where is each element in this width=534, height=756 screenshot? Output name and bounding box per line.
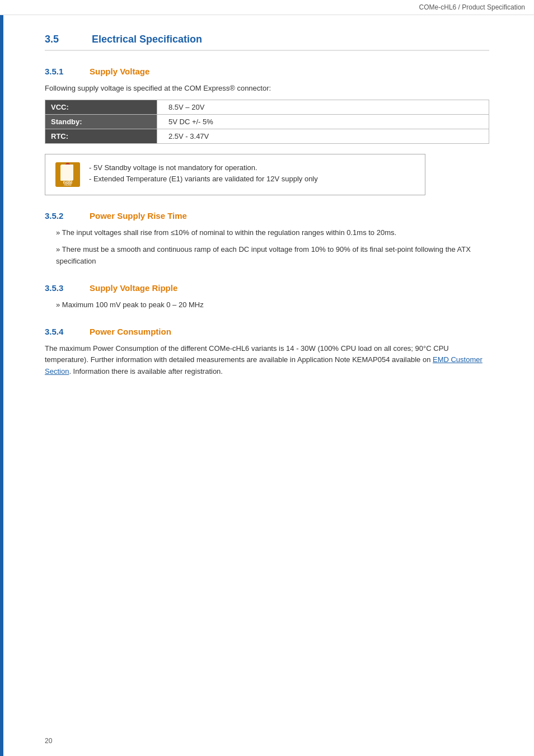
page-number: 20: [45, 737, 52, 745]
svg-text:note: note: [64, 182, 72, 186]
section-3-5-1-number: 3.5.1: [45, 67, 78, 76]
supply-voltage-intro: Following supply voltage is specified at…: [45, 83, 489, 94]
section-3-5-3-title: Supply Voltage Ripple: [90, 283, 177, 293]
svg-rect-0: [55, 162, 80, 187]
table-cell-label: Standby:: [45, 114, 157, 129]
svg-point-6: [65, 163, 70, 167]
section-3-5-2-title: Power Supply Rise Time: [90, 211, 187, 220]
svg-rect-7: [67, 165, 68, 170]
section-3-5-title: Electrical Specification: [92, 34, 202, 45]
svg-rect-1: [60, 165, 73, 181]
power-consumption-suffix: . Information there is available after r…: [69, 367, 223, 375]
section-3-5-number: 3.5: [45, 34, 78, 45]
power-consumption-text: The maximum Power Consumption of the dif…: [45, 344, 449, 364]
section-3-5-4-title: Power Consumption: [90, 327, 171, 336]
rise-time-bullet-1: » The input voltages shall rise from ≤10…: [45, 227, 489, 239]
table-cell-value: 8.5V – 20V: [157, 100, 489, 114]
power-consumption-body: The maximum Power Consumption of the dif…: [45, 343, 489, 378]
section-3-5-4-number: 3.5.4: [45, 327, 78, 336]
table-row: RTC:2.5V - 3.47V: [45, 129, 489, 143]
section-3-5-1-title: Supply Voltage: [90, 67, 149, 76]
note-icon: note: [55, 162, 80, 187]
section-3-5-1-heading: 3.5.1 Supply Voltage: [45, 67, 489, 76]
table-cell-label: VCC:: [45, 100, 157, 114]
page-footer: 20: [45, 737, 52, 745]
table-cell-value: 2.5V - 3.47V: [157, 129, 489, 143]
note-svg-icon: note: [55, 162, 80, 187]
note-line-1: - 5V Standby voltage is not mandatory fo…: [89, 162, 318, 174]
section-3-5-4-heading: 3.5.4 Power Consumption: [45, 327, 489, 336]
rise-time-bullet-2: » There must be a smooth and continuous …: [45, 244, 489, 267]
section-3-5-3-heading: 3.5.3 Supply Voltage Ripple: [45, 283, 489, 293]
table-row: Standby:5V DC +/- 5%: [45, 114, 489, 129]
note-icon-inner: note: [55, 162, 80, 187]
header-bar: COMe-cHL6 / Product Specification: [0, 0, 534, 15]
table-cell-value: 5V DC +/- 5%: [157, 114, 489, 129]
voltage-table: VCC:8.5V – 20VStandby:5V DC +/- 5%RTC:2.…: [45, 100, 489, 144]
table-row: VCC:8.5V – 20V: [45, 100, 489, 114]
note-text: - 5V Standby voltage is not mandatory fo…: [89, 162, 318, 186]
table-cell-label: RTC:: [45, 129, 157, 143]
section-3-5-heading: 3.5 Electrical Specification: [45, 34, 489, 51]
ripple-bullet-1: » Maximum 100 mV peak to peak 0 – 20 MHz: [45, 299, 489, 311]
section-3-5-3-number: 3.5.3: [45, 283, 78, 293]
note-box: note - 5V Standby voltage is not mandato…: [45, 154, 425, 195]
section-3-5-2-number: 3.5.2: [45, 211, 78, 220]
note-line-2: - Extended Temperature (E1) variants are…: [89, 173, 318, 185]
page-content: 3.5 Electrical Specification 3.5.1 Suppl…: [0, 0, 534, 417]
section-3-5-2-heading: 3.5.2 Power Supply Rise Time: [45, 211, 489, 220]
breadcrumb: COMe-cHL6 / Product Specification: [419, 3, 525, 11]
left-border-decoration: [0, 0, 3, 756]
